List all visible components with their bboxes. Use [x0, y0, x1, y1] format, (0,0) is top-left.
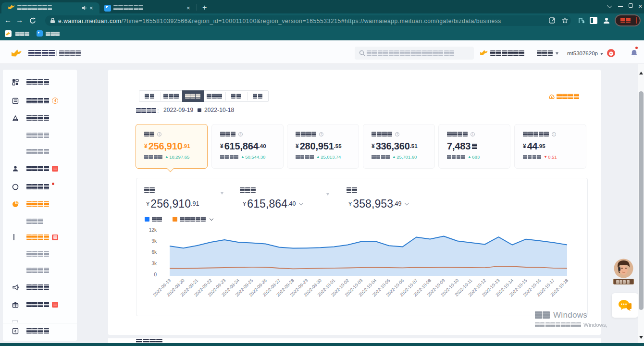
svg-text:6k: 6k [151, 249, 157, 255]
svg-text:12k: 12k [149, 227, 157, 233]
svg-text:3k: 3k [151, 261, 157, 266]
svg-text:0: 0 [154, 272, 157, 277]
svg-text:9k: 9k [151, 238, 157, 244]
